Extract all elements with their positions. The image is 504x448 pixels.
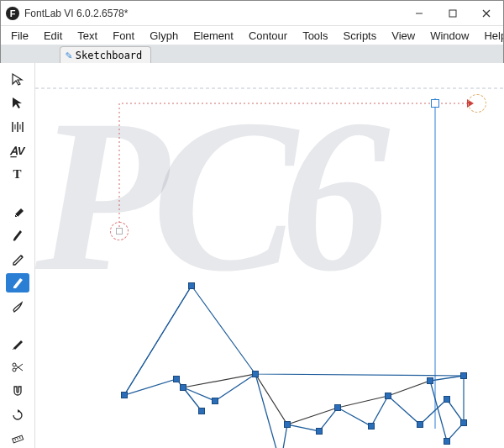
path-node[interactable] — [180, 384, 186, 391]
svg-point-11 — [13, 363, 16, 366]
tab-label: Sketchboard — [76, 50, 142, 61]
path-node[interactable] — [385, 393, 391, 399]
menu-glyph[interactable]: Glyph — [143, 28, 185, 44]
menu-window[interactable]: Window — [423, 28, 475, 44]
menu-view[interactable]: View — [385, 28, 422, 44]
menu-contour[interactable]: Contour — [242, 28, 294, 44]
tool-select-solid[interactable] — [6, 93, 29, 112]
path-node[interactable] — [252, 371, 259, 377]
path-node[interactable] — [460, 419, 467, 426]
path-node[interactable] — [198, 408, 205, 414]
path-node[interactable] — [173, 376, 180, 382]
window-title: FontLab VI 6.0.2.6578* — [24, 8, 402, 19]
tab-sketchboard[interactable]: ✎ Sketchboard — [60, 46, 151, 63]
svg-point-9 — [21, 256, 23, 257]
tool-ruler[interactable] — [6, 430, 29, 448]
tool-eraser[interactable] — [6, 202, 29, 220]
menu-font[interactable]: Font — [106, 28, 141, 44]
tool-text[interactable]: T — [6, 165, 29, 183]
menu-bar: File Edit Text Font Glyph Element Contou… — [1, 26, 503, 45]
path-node[interactable] — [460, 372, 467, 379]
tool-calligraphy[interactable] — [6, 298, 29, 316]
menu-scripts[interactable]: Scripts — [337, 28, 384, 44]
menu-edit[interactable]: Edit — [37, 28, 69, 44]
tool-scissors[interactable] — [6, 358, 29, 377]
tool-kerning[interactable]: A̲V — [6, 141, 29, 160]
maximize-button[interactable] — [436, 1, 470, 26]
path-node[interactable] — [316, 428, 323, 435]
svg-line-17 — [17, 438, 18, 440]
canvas-overlay — [35, 63, 504, 448]
menu-tools[interactable]: Tools — [296, 28, 334, 44]
tool-highlighter[interactable] — [6, 273, 29, 292]
svg-line-18 — [19, 437, 20, 439]
title-bar: F FontLab VI 6.0.2.6578* — [1, 1, 503, 26]
menu-help[interactable]: Help — [477, 28, 504, 44]
tool-rotate[interactable] — [6, 405, 29, 424]
menu-text[interactable]: Text — [71, 28, 104, 44]
path-node[interactable] — [444, 438, 450, 445]
direction-ring[interactable] — [468, 94, 486, 113]
workspace: A̲V T — [0, 63, 504, 448]
path-node[interactable] — [334, 404, 341, 411]
tool-select-outline[interactable] — [6, 70, 29, 88]
path-node[interactable] — [121, 392, 128, 398]
path-node[interactable] — [444, 396, 450, 403]
app-icon: F — [6, 7, 19, 20]
menu-file[interactable]: File — [4, 28, 35, 44]
anchor-dot[interactable] — [116, 228, 123, 235]
close-button[interactable] — [470, 1, 503, 26]
tool-rail: A̲V T — [0, 63, 35, 448]
path-node[interactable] — [212, 398, 218, 404]
tool-knife[interactable] — [6, 334, 29, 352]
path-node[interactable] — [427, 377, 433, 384]
svg-point-12 — [13, 368, 16, 372]
path-node[interactable] — [188, 282, 195, 289]
tool-magnet[interactable] — [6, 382, 29, 400]
svg-line-16 — [14, 439, 15, 440]
sketchboard-icon: ✎ — [66, 49, 72, 61]
minimize-button[interactable] — [402, 1, 436, 26]
tool-brush[interactable] — [6, 226, 29, 245]
menu-element[interactable]: Element — [186, 28, 240, 44]
canvas[interactable]: PC6 — [35, 63, 504, 448]
window-controls — [402, 1, 503, 26]
path-node[interactable] — [417, 421, 423, 428]
svg-rect-1 — [449, 10, 456, 17]
path-node[interactable] — [284, 421, 291, 428]
tab-strip: ✎ Sketchboard — [1, 45, 503, 63]
path-node[interactable] — [368, 423, 375, 430]
selection-handle[interactable] — [431, 99, 439, 108]
tool-pen[interactable] — [6, 250, 29, 268]
tool-metrics[interactable] — [6, 118, 29, 136]
